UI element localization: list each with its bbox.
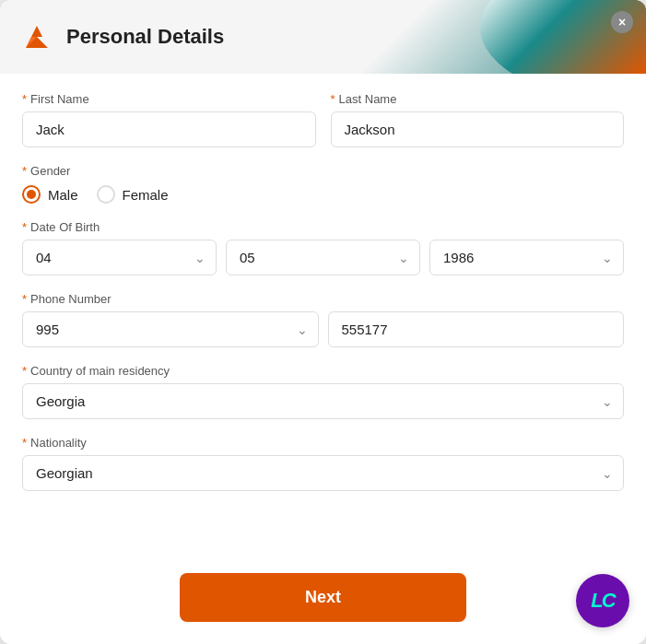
dob-row: 04 ⌄ 05 ⌄ 1986 ⌄ bbox=[22, 240, 624, 275]
phone-code-select[interactable]: 995 bbox=[22, 311, 319, 347]
last-name-label: *Last Name bbox=[331, 92, 625, 106]
last-name-group: *Last Name bbox=[331, 92, 625, 147]
dob-label: *Date Of Birth bbox=[22, 220, 624, 234]
name-row: *First Name *Last Name bbox=[22, 92, 624, 147]
country-select[interactable]: Georgia bbox=[22, 383, 624, 419]
dob-year-select[interactable]: 1986 bbox=[429, 240, 624, 275]
country-group: *Country of main residency Georgia ⌄ bbox=[22, 364, 624, 419]
first-name-input[interactable] bbox=[22, 111, 316, 147]
phone-code-wrapper: 995 ⌄ bbox=[22, 311, 319, 347]
phone-number-wrapper bbox=[328, 311, 625, 347]
modal-container: Personal Details × *First Name *Last Nam… bbox=[0, 0, 646, 644]
gender-female-label: Female bbox=[123, 187, 169, 203]
gender-label: *Gender bbox=[22, 164, 624, 178]
phone-number-input[interactable] bbox=[328, 311, 625, 347]
phone-row: 995 ⌄ bbox=[22, 311, 624, 347]
country-label: *Country of main residency bbox=[22, 364, 624, 378]
dob-month-select[interactable]: 05 bbox=[226, 240, 420, 275]
gender-female-radio[interactable] bbox=[97, 185, 115, 204]
dob-day-select[interactable]: 04 bbox=[22, 240, 217, 275]
nationality-select[interactable]: Georgian bbox=[22, 455, 624, 491]
dob-group: *Date Of Birth 04 ⌄ 05 ⌄ 1986 bbox=[22, 220, 624, 275]
form-body: *First Name *Last Name *Gender bbox=[0, 74, 646, 600]
dob-month-wrapper: 05 ⌄ bbox=[226, 240, 420, 275]
gender-male-label: Male bbox=[48, 187, 78, 203]
phone-group: *Phone Number 995 ⌄ bbox=[22, 292, 624, 347]
lc-badge-text: LC bbox=[591, 591, 614, 611]
modal-header: Personal Details × bbox=[0, 0, 646, 74]
phone-label: *Phone Number bbox=[22, 292, 624, 306]
header-logo: Personal Details bbox=[18, 18, 224, 55]
country-select-wrapper: Georgia ⌄ bbox=[22, 383, 624, 419]
gender-female-option[interactable]: Female bbox=[97, 185, 169, 204]
gender-male-radio[interactable] bbox=[22, 185, 41, 204]
lc-badge[interactable]: LC bbox=[576, 574, 629, 627]
gender-male-option[interactable]: Male bbox=[22, 185, 78, 204]
dob-year-wrapper: 1986 ⌄ bbox=[429, 240, 624, 275]
nationality-group: *Nationality Georgian ⌄ bbox=[22, 436, 624, 491]
nationality-label: *Nationality bbox=[22, 436, 624, 450]
close-button[interactable]: × bbox=[611, 11, 633, 33]
nationality-select-wrapper: Georgian ⌄ bbox=[22, 455, 624, 491]
next-button[interactable]: Next bbox=[180, 573, 466, 622]
first-name-group: *First Name bbox=[22, 92, 316, 147]
modal-title: Personal Details bbox=[66, 25, 224, 49]
gender-male-radio-inner bbox=[27, 190, 36, 199]
gender-group: *Gender Male Female bbox=[22, 164, 624, 204]
last-name-input[interactable] bbox=[331, 111, 625, 147]
gender-options-row: Male Female bbox=[22, 185, 624, 204]
brand-logo-icon bbox=[18, 18, 55, 55]
modal-footer: Next bbox=[0, 556, 646, 644]
first-name-label: *First Name bbox=[22, 92, 316, 106]
dob-day-wrapper: 04 ⌄ bbox=[22, 240, 217, 275]
